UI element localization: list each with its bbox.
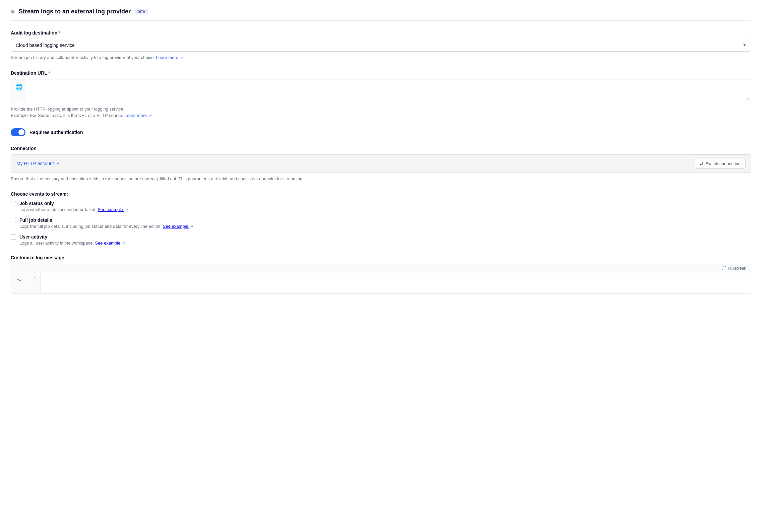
connection-section: Connection My HTTP account ↗ ⇄ Switch co… xyxy=(11,146,751,182)
requires-auth-row: Requires authentication xyxy=(11,128,751,136)
connection-help-text: Ensure that all necessary authentication… xyxy=(11,176,751,182)
page-header: Stream logs to an external log provider … xyxy=(11,8,751,21)
fullscreen-button[interactable]: ⛶ Fullscreen xyxy=(722,266,746,271)
required-star-url: * xyxy=(48,70,50,76)
connection-label: Connection xyxy=(11,146,751,151)
page-title: Stream logs to an external log provider xyxy=(19,8,131,15)
requires-auth-toggle[interactable] xyxy=(11,128,25,136)
requires-auth-label: Requires authentication xyxy=(29,130,83,135)
choose-events-section: Choose events to stream: Job status only… xyxy=(11,191,751,246)
learn-more-external-icon: ↗ xyxy=(180,55,183,61)
code-editor-icon-col: 〜 xyxy=(11,273,27,293)
audit-log-learn-more-link[interactable]: Learn more ↗ xyxy=(156,55,183,60)
job-status-checkbox[interactable] xyxy=(11,201,16,206)
audit-log-help-text: Stream job history and collaborator acti… xyxy=(11,54,751,61)
full-job-details-text: Full job details Logs the full job detai… xyxy=(19,217,193,229)
fullscreen-icon: ⛶ xyxy=(722,266,726,271)
status-dot xyxy=(11,10,15,14)
code-editor-header: ⛶ Fullscreen xyxy=(11,264,751,273)
globe-icon: 🌐 xyxy=(15,83,23,91)
choose-events-label: Choose events to stream: xyxy=(11,191,751,197)
code-content[interactable] xyxy=(41,273,751,293)
audit-log-destination-wrapper: Cloud based logging service Custom HTTP … xyxy=(11,39,751,52)
code-editor-wrapper: ⛶ Fullscreen 〜 1 xyxy=(11,264,751,293)
list-item: Job status only Logs whether a job succe… xyxy=(11,201,751,212)
user-activity-example-link[interactable]: See example ↗ xyxy=(95,241,125,246)
job-status-title: Job status only xyxy=(19,201,128,206)
connection-external-icon: ↗ xyxy=(56,161,59,166)
user-activity-desc: Logs all user activity in the workspace.… xyxy=(19,241,125,246)
customize-log-message-section: Customize log message ⛶ Fullscreen 〜 1 xyxy=(11,255,751,293)
list-item: User activity Logs all user activity in … xyxy=(11,234,751,246)
full-job-details-external-icon: ↗ xyxy=(190,224,193,229)
toggle-slider xyxy=(11,128,25,136)
job-status-example-link[interactable]: See example ↗ xyxy=(98,207,128,212)
connection-account-link[interactable]: My HTTP account ↗ xyxy=(16,161,59,166)
resize-handle[interactable]: ⤡ xyxy=(745,79,751,103)
dev-badge: DEV xyxy=(135,9,148,14)
user-activity-checkbox[interactable] xyxy=(11,235,16,240)
full-job-details-example-link[interactable]: See example ↗ xyxy=(163,224,193,229)
job-status-desc: Logs whether a job succeeded or failed. … xyxy=(19,207,128,212)
customize-log-message-label: Customize log message xyxy=(11,255,751,260)
audit-log-destination-select[interactable]: Cloud based logging service Custom HTTP … xyxy=(11,39,751,52)
full-job-details-checkbox[interactable] xyxy=(11,218,16,223)
destination-url-input[interactable] xyxy=(27,79,745,103)
checkbox-group: Job status only Logs whether a job succe… xyxy=(11,201,751,246)
user-activity-external-icon: ↗ xyxy=(122,241,125,246)
destination-url-section: Destination URL * 🌐 ⤡ Provide the HTTP l… xyxy=(11,70,751,119)
destination-url-learn-more-link[interactable]: Learn more ↗ xyxy=(125,113,152,118)
destination-url-wrapper: 🌐 ⤡ xyxy=(11,79,751,103)
switch-connection-button[interactable]: ⇄ Switch connection xyxy=(695,159,746,169)
full-job-details-title: Full job details xyxy=(19,217,193,223)
audit-log-destination-label: Audit log destination * xyxy=(11,30,751,36)
job-status-external-icon: ↗ xyxy=(125,208,128,212)
job-status-text: Job status only Logs whether a job succe… xyxy=(19,201,128,212)
code-editor-body: 〜 1 xyxy=(11,273,751,293)
destination-url-external-icon: ↗ xyxy=(149,113,152,119)
user-activity-text: User activity Logs all user activity in … xyxy=(19,234,125,246)
destination-url-help-text: Provide the HTTP logging endpoint to you… xyxy=(11,106,751,119)
audit-log-destination-section: Audit log destination * Cloud based logg… xyxy=(11,30,751,61)
full-job-details-desc: Logs the full job details, including job… xyxy=(19,224,193,229)
destination-url-label: Destination URL * xyxy=(11,70,751,76)
switch-icon: ⇄ xyxy=(700,161,703,166)
code-editor-squiggle-icon: 〜 xyxy=(16,277,22,284)
url-icon-col: 🌐 xyxy=(11,79,27,103)
connection-box: My HTTP account ↗ ⇄ Switch connection xyxy=(11,154,751,173)
code-line-numbers: 1 xyxy=(27,273,41,293)
required-star: * xyxy=(58,30,60,36)
user-activity-title: User activity xyxy=(19,234,125,240)
list-item: Full job details Logs the full job detai… xyxy=(11,217,751,229)
